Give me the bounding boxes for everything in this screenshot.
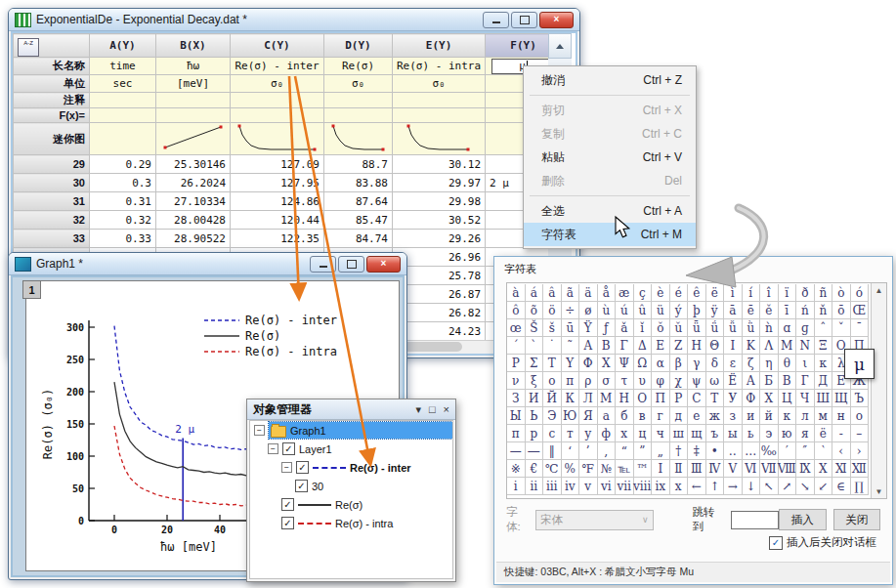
char-cell[interactable]: ù: [598, 302, 617, 319]
char-cell[interactable]: Э: [543, 407, 562, 425]
char-cell[interactable]: в: [634, 407, 653, 425]
char-cell[interactable]: ℃: [543, 460, 562, 478]
char-cell[interactable]: š: [543, 319, 562, 337]
char-cell[interactable]: з: [724, 407, 743, 425]
char-cell[interactable]: þ: [688, 302, 706, 319]
char-cell[interactable]: Ц: [779, 390, 797, 407]
worksheet-cell[interactable]: [324, 123, 393, 155]
char-cell[interactable]: á: [526, 284, 544, 302]
char-cell[interactable]: β: [670, 355, 689, 372]
char-cell[interactable]: φ: [652, 372, 670, 390]
char-cell[interactable]: р: [526, 425, 544, 442]
worksheet-cell[interactable]: 26.2024: [156, 174, 231, 192]
column-header-E[interactable]: E(Y): [393, 34, 486, 58]
char-cell[interactable]: Η: [688, 337, 706, 355]
char-cell[interactable]: —: [507, 442, 526, 460]
char-cell[interactable]: ℉: [579, 460, 598, 478]
char-cell[interactable]: Ψ: [616, 355, 634, 372]
char-cell[interactable]: о: [851, 407, 870, 425]
char-cell[interactable]: ń: [796, 302, 815, 319]
char-cell[interactable]: ˆ: [815, 319, 833, 337]
font-select[interactable]: 宋体 ∨: [535, 510, 654, 530]
char-cell[interactable]: θ: [779, 355, 797, 372]
worksheet-cell[interactable]: 84.74: [324, 230, 393, 248]
char-cell[interactable]: Ю: [562, 407, 580, 425]
char-cell[interactable]: г: [652, 407, 670, 425]
char-cell[interactable]: н: [832, 407, 851, 425]
char-cell[interactable]: ɡ: [796, 319, 815, 337]
char-cell[interactable]: ″: [796, 442, 815, 460]
worksheet-cell[interactable]: Re(σ) - inter: [231, 58, 324, 75]
char-cell[interactable]: ō: [832, 302, 851, 319]
char-cell[interactable]: Ⅳ: [706, 460, 725, 478]
char-cell[interactable]: ï: [779, 284, 797, 302]
char-cell[interactable]: `: [526, 337, 544, 355]
char-cell[interactable]: û: [634, 302, 653, 319]
char-cell[interactable]: к: [779, 407, 797, 425]
panel-restore-icon[interactable]: □: [429, 403, 436, 416]
char-cell[interactable]: ”: [634, 442, 653, 460]
char-cell[interactable]: Х: [760, 390, 779, 407]
char-cell[interactable]: А: [743, 372, 761, 390]
char-cell[interactable]: ê: [688, 284, 706, 302]
char-cell[interactable]: ↗: [779, 478, 797, 495]
char-cell[interactable]: щ: [688, 425, 706, 442]
char-cell[interactable]: ˜: [562, 337, 580, 355]
expand-icon[interactable]: −: [281, 462, 292, 473]
char-cell[interactable]: ′: [779, 442, 797, 460]
graph-close-button[interactable]: ×: [366, 256, 401, 273]
char-cell[interactable]: Б: [760, 372, 779, 390]
char-cell[interactable]: Ⅷ: [779, 460, 797, 478]
worksheet-cell[interactable]: [231, 123, 324, 155]
worksheet-row-header[interactable]: 30: [14, 174, 90, 192]
menu-item-character-map[interactable]: 字符表Ctrl + M: [524, 223, 696, 246]
column-header-D[interactable]: D(Y): [324, 34, 393, 58]
worksheet-row-header[interactable]: 31: [14, 192, 90, 211]
worksheet-cell[interactable]: 122.35: [231, 230, 324, 248]
column-header-A[interactable]: A(Y): [90, 34, 156, 58]
char-cell[interactable]: Ξ: [815, 337, 833, 355]
row-label-1[interactable]: 单位: [14, 75, 90, 93]
char-cell[interactable]: Я: [579, 407, 598, 425]
char-cell[interactable]: Ω: [634, 355, 653, 372]
char-cell[interactable]: й: [760, 407, 779, 425]
char-cell[interactable]: ―: [526, 442, 544, 460]
char-cell[interactable]: С: [688, 390, 706, 407]
char-cell[interactable]: Н: [616, 390, 634, 407]
char-cell[interactable]: Ш: [815, 390, 833, 407]
char-cell[interactable]: Λ: [760, 337, 779, 355]
char-cell[interactable]: ÷: [562, 302, 580, 319]
char-cell[interactable]: ⅴ: [579, 478, 598, 495]
char-cell[interactable]: ы: [724, 425, 743, 442]
char-cell[interactable]: ò: [832, 284, 851, 302]
worksheet-cell[interactable]: 120.44: [231, 211, 324, 230]
worksheet-cell[interactable]: 127.95: [231, 174, 324, 192]
char-cell[interactable]: δ: [706, 355, 725, 372]
char-cell[interactable]: Ρ: [507, 355, 526, 372]
char-cell[interactable]: ň: [815, 302, 833, 319]
char-cell[interactable]: ⅳ: [562, 478, 580, 495]
char-cell[interactable]: χ: [670, 372, 689, 390]
char-cell[interactable]: è: [652, 284, 670, 302]
char-cell[interactable]: ь: [743, 425, 761, 442]
char-cell[interactable]: П: [652, 390, 670, 407]
char-cell[interactable]: ∈: [832, 478, 851, 495]
char-cell[interactable]: З: [507, 390, 526, 407]
char-cell[interactable]: æ: [616, 284, 634, 302]
char-cell[interactable]: т: [562, 425, 580, 442]
worksheet-cell[interactable]: time: [90, 58, 156, 75]
char-cell[interactable]: ф: [598, 425, 617, 442]
char-cell[interactable]: Ι: [724, 337, 743, 355]
char-cell[interactable]: Ё: [724, 372, 743, 390]
char-cell[interactable]: õ: [526, 302, 544, 319]
scroll-up-button[interactable]: [548, 33, 572, 59]
char-cell[interactable]: ī: [779, 302, 797, 319]
worksheet-cell[interactable]: sec: [90, 75, 156, 93]
char-cell[interactable]: У: [724, 390, 743, 407]
char-cell[interactable]: Ⅲ: [688, 460, 706, 478]
char-cell[interactable]: ω: [706, 372, 725, 390]
char-cell[interactable]: у: [579, 425, 598, 442]
maximize-button[interactable]: [511, 12, 537, 28]
char-cell[interactable]: Ⅶ: [760, 460, 779, 478]
close-after-insert-checkbox[interactable]: ✓: [769, 536, 783, 550]
